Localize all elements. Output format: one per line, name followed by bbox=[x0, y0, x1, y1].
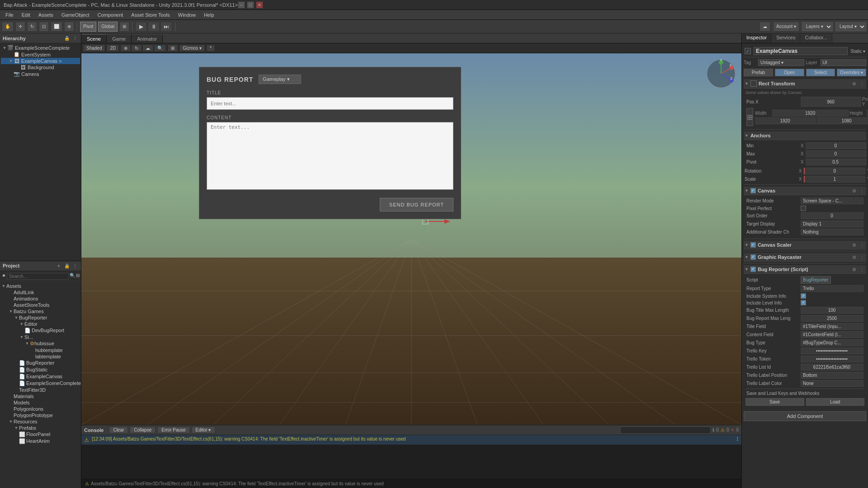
br-content-field-value[interactable]: #1ContentField (I... bbox=[801, 331, 863, 338]
close-button[interactable]: ✕ bbox=[256, 1, 263, 9]
rect-settings-icon[interactable]: ⚙ bbox=[851, 81, 857, 86]
menu-window[interactable]: Window bbox=[175, 11, 199, 19]
project-item-editor[interactable]: ▼Editor bbox=[1, 321, 80, 327]
br-report-max-field[interactable] bbox=[801, 315, 863, 322]
tab-services[interactable]: Services bbox=[772, 33, 800, 43]
hierarchy-item-eventsystem[interactable]: 📋 EventSystem bbox=[1, 51, 80, 58]
project-item-materials[interactable]: Materials bbox=[1, 393, 80, 399]
tab-animator[interactable]: Animator bbox=[132, 35, 163, 43]
hand-tool[interactable]: ✋ bbox=[2, 22, 14, 32]
load-keys-button[interactable]: Load bbox=[806, 398, 865, 406]
br-bug-type-value[interactable]: #BugTypeDrop C... bbox=[801, 339, 863, 346]
maximize-button[interactable]: □ bbox=[247, 1, 254, 9]
bug-type-dropdown[interactable]: Gameplay ▾ bbox=[259, 75, 301, 84]
render-mode-value[interactable]: Screen Space - C... bbox=[801, 197, 863, 204]
clear-button[interactable]: Clear bbox=[109, 427, 128, 433]
project-columns-icon[interactable]: ⊟ bbox=[76, 273, 80, 280]
layers-dropdown[interactable]: Layers ▾ bbox=[802, 22, 833, 31]
bug-title-input[interactable] bbox=[207, 97, 453, 110]
project-item-batzugames[interactable]: ▼Batzu Games bbox=[1, 308, 80, 314]
bug-reporter-header[interactable]: ▼ Bug Reporter (Script) ⚙ ⋮ bbox=[744, 265, 866, 274]
project-item-hubtemplate[interactable]: hubtemplate bbox=[1, 347, 80, 353]
pixel-perfect-checkbox[interactable] bbox=[801, 206, 806, 211]
global-toggle[interactable]: Global bbox=[98, 22, 118, 32]
scene-zoom-icon[interactable]: 🔍 bbox=[154, 45, 166, 52]
obj-name-input[interactable] bbox=[754, 47, 848, 55]
scale-tool[interactable]: ⊡ bbox=[39, 22, 49, 32]
layer-dropdown[interactable]: UI bbox=[821, 59, 867, 66]
account-button[interactable]: Account ▾ bbox=[773, 22, 799, 32]
hierarchy-item-examplecanvas[interactable]: ▼ 🖼 ExampleCanvas ▶ bbox=[1, 58, 80, 64]
bug-content-textarea[interactable] bbox=[207, 122, 453, 190]
project-item-textfitter3d[interactable]: TextFitter3D bbox=[1, 387, 80, 393]
scene-rotate-icon[interactable]: ↻ bbox=[132, 45, 142, 52]
cs-settings-icon[interactable]: ⚙ bbox=[851, 243, 857, 248]
project-item-prefabs[interactable]: ▼Prefabs bbox=[1, 425, 80, 431]
rect-menu-icon[interactable]: ⋮ bbox=[859, 81, 865, 86]
rotate-tool[interactable]: ↻ bbox=[27, 22, 37, 32]
hierarchy-lock-icon[interactable]: 🔒 bbox=[64, 35, 70, 42]
play-button[interactable]: ▶ bbox=[135, 22, 147, 32]
open-btn[interactable]: Open bbox=[775, 69, 804, 76]
canvas-menu-icon[interactable]: ⋮ bbox=[859, 188, 865, 193]
gr-menu-icon[interactable]: ⋮ bbox=[859, 255, 865, 260]
br-trello-label-pos-value[interactable]: Bottom bbox=[801, 372, 863, 379]
project-item-si[interactable]: ▼Si... bbox=[1, 334, 80, 340]
gr-settings-icon[interactable]: ⚙ bbox=[851, 255, 857, 260]
layout-dropdown[interactable]: Layout ▾ bbox=[835, 22, 866, 31]
rect-transform-toggle[interactable] bbox=[750, 80, 757, 87]
shade-mode-dropdown[interactable]: Shaded bbox=[83, 45, 105, 52]
rect-field-4[interactable] bbox=[816, 117, 868, 124]
rotation-x[interactable] bbox=[804, 168, 865, 174]
add-component-button[interactable]: Add Component bbox=[744, 411, 866, 421]
br-trello-list-id-field[interactable] bbox=[801, 364, 863, 371]
pivot-toggle[interactable]: Pivot bbox=[80, 22, 96, 32]
pos-x-field[interactable] bbox=[801, 97, 861, 107]
hierarchy-menu-icon[interactable]: ⋮ bbox=[72, 35, 78, 42]
aspect-btn[interactable]: * bbox=[207, 45, 215, 52]
collab-button[interactable]: ☁ bbox=[760, 22, 770, 32]
project-item-assetstoretools[interactable]: AssetStoreTools bbox=[1, 302, 80, 308]
collapse-button[interactable]: Collapse bbox=[130, 427, 156, 433]
br-trello-key-field[interactable] bbox=[801, 347, 863, 354]
save-keys-button[interactable]: Save bbox=[745, 398, 804, 406]
gr-toggle[interactable] bbox=[750, 254, 756, 260]
tab-game[interactable]: Game bbox=[107, 35, 132, 43]
rect-anchor-picker[interactable]: ⊞ bbox=[746, 108, 753, 126]
canvas-header[interactable]: ▼ Canvas ⚙ ⋮ bbox=[744, 187, 866, 195]
project-favorites-icon[interactable]: ★ bbox=[2, 273, 6, 280]
hierarchy-item-scene[interactable]: ▼ 🎬 ExampleSceneComplete bbox=[1, 44, 80, 51]
project-item-resources[interactable]: ▼Resources bbox=[1, 418, 80, 425]
tab-scene[interactable]: Scene bbox=[81, 34, 107, 43]
br-trello-token-field[interactable] bbox=[801, 356, 863, 362]
rect-tool[interactable]: ⬜ bbox=[51, 22, 62, 32]
project-item-bugreporter2[interactable]: 📄BugReporter bbox=[1, 360, 80, 366]
menu-component[interactable]: Component bbox=[94, 11, 127, 19]
project-item-devbugreport[interactable]: 📄DevBugReport bbox=[1, 327, 80, 334]
cs-menu-icon[interactable]: ⋮ bbox=[859, 243, 865, 248]
menu-asset-store-tools[interactable]: Asset Store Tools bbox=[127, 11, 173, 19]
canvas-settings-icon[interactable]: ⚙ bbox=[851, 188, 857, 193]
grid-options-btn[interactable]: ⊞ bbox=[168, 45, 178, 52]
project-item-polygonprototype[interactable]: PolygonPrototype bbox=[1, 412, 80, 418]
snap-tool[interactable]: ⊞ bbox=[119, 22, 129, 32]
br-menu-icon[interactable]: ⋮ bbox=[859, 267, 865, 272]
anchor-max-x[interactable] bbox=[806, 150, 866, 157]
project-item-polygonicons[interactable]: PolygonIcons bbox=[1, 406, 80, 412]
send-bug-report-button[interactable]: SEND BUG REPORT bbox=[380, 198, 453, 211]
overrides-btn[interactable]: Overrides ▾ bbox=[837, 69, 866, 76]
tab-collab[interactable]: Collabor... bbox=[800, 33, 832, 43]
anchor-min-x[interactable] bbox=[806, 142, 866, 149]
br-toggle[interactable] bbox=[750, 267, 756, 272]
project-search-input[interactable] bbox=[7, 273, 69, 280]
menu-assets[interactable]: Assets bbox=[35, 11, 57, 19]
project-add-icon[interactable]: + bbox=[56, 263, 62, 269]
br-trello-label-color-value[interactable]: None bbox=[801, 380, 863, 387]
hierarchy-item-camera[interactable]: 📷 Camera bbox=[1, 70, 80, 77]
tab-inspector[interactable]: Inspector bbox=[742, 33, 772, 43]
br-report-type-value[interactable]: Trello bbox=[801, 285, 863, 292]
active-toggle[interactable]: ✓ bbox=[745, 48, 751, 54]
move-tool[interactable]: ✛ bbox=[15, 22, 25, 32]
br-sys-info-checkbox[interactable] bbox=[801, 293, 806, 299]
menu-help[interactable]: Help bbox=[200, 11, 218, 19]
